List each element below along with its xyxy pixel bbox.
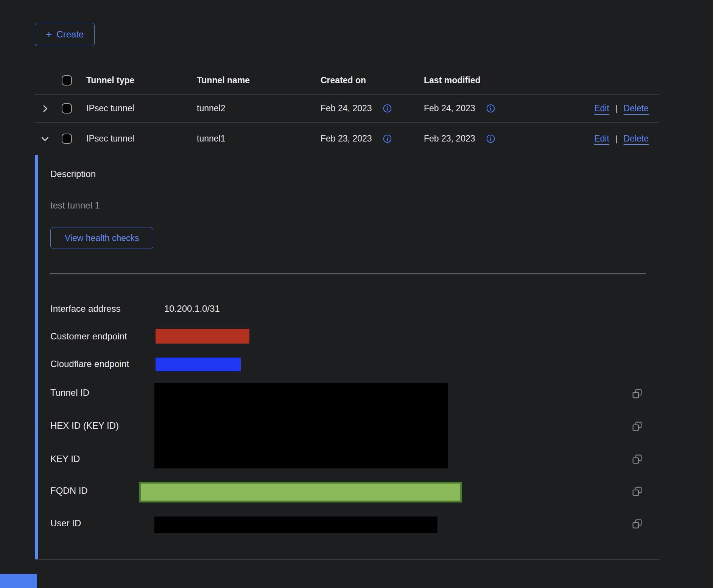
copy-icon[interactable] (632, 388, 643, 399)
edit-link[interactable]: Edit (594, 134, 609, 144)
customer-endpoint-redacted-value (156, 329, 249, 344)
fqdn-id-label: FQDN ID (50, 485, 88, 496)
created-on-cell: Feb 24, 2023 (321, 103, 372, 114)
view-health-checks-label: View health checks (65, 233, 139, 243)
chevron-down-icon[interactable] (40, 134, 50, 144)
copy-icon[interactable] (632, 454, 643, 465)
description-label: Description (50, 169, 96, 179)
description-value: test tunnel 1 (50, 200, 100, 211)
tunnel-name-cell: tunnel2 (197, 103, 321, 114)
copy-icon[interactable] (632, 421, 643, 432)
col-header-created-on: Created on (321, 75, 424, 86)
delete-link[interactable]: Delete (624, 103, 649, 114)
table-row: IPsec tunnel tunnel2 Feb 24, 2023 Feb 24… (35, 95, 659, 123)
create-button-label: Create (56, 29, 84, 40)
interface-address-value: 10.200.1.0/31 (164, 303, 220, 314)
col-header-tunnel-name: Tunnel name (197, 75, 321, 86)
view-health-checks-button[interactable]: View health checks (50, 227, 153, 249)
delete-link[interactable]: Delete (624, 134, 649, 144)
col-header-tunnel-type: Tunnel type (72, 75, 197, 86)
expanded-panel-bottom-divider (35, 559, 659, 560)
table-header: Tunnel type Tunnel name Created on Last … (35, 66, 659, 95)
select-all-checkbox[interactable] (62, 75, 72, 86)
id-values-redacted-block (154, 383, 448, 468)
bottom-left-blue-bar (0, 574, 37, 588)
last-modified-cell: Feb 24, 2023 (424, 103, 475, 114)
hex-id-label: HEX ID (KEY ID) (50, 420, 119, 431)
user-id-label: User ID (50, 518, 81, 529)
action-separator: | (615, 104, 618, 114)
create-button[interactable]: + Create (35, 23, 95, 46)
tunnel-name-cell: tunnel1 (197, 134, 321, 144)
cloudflare-endpoint-label: Cloudflare endpoint (50, 359, 129, 369)
info-icon[interactable] (383, 104, 392, 113)
info-icon[interactable] (486, 104, 495, 113)
table-row: IPsec tunnel tunnel1 Feb 23, 2023 Feb 23… (35, 123, 659, 155)
edit-link[interactable]: Edit (594, 103, 609, 114)
tunnel-type-cell: IPsec tunnel (72, 134, 197, 144)
info-icon[interactable] (383, 134, 392, 143)
interface-address-label: Interface address (50, 303, 120, 314)
action-separator: | (615, 134, 618, 144)
customer-endpoint-label: Customer endpoint (50, 331, 127, 342)
chevron-right-icon[interactable] (40, 104, 50, 114)
row-checkbox[interactable] (62, 134, 72, 144)
copy-icon[interactable] (632, 518, 643, 529)
copy-icon[interactable] (632, 486, 643, 497)
expanded-row-indicator-bar (35, 155, 38, 559)
section-divider (50, 274, 646, 274)
tunnel-id-label: Tunnel ID (50, 387, 89, 398)
cloudflare-endpoint-redacted-value (156, 358, 241, 371)
tunnel-type-cell: IPsec tunnel (72, 103, 197, 114)
info-icon[interactable] (486, 134, 495, 143)
fqdn-id-redacted-value (139, 482, 462, 502)
key-id-label: KEY ID (50, 454, 80, 464)
last-modified-cell: Feb 23, 2023 (424, 134, 475, 144)
user-id-redacted-value (154, 516, 437, 533)
plus-icon: + (46, 29, 52, 40)
row-checkbox[interactable] (62, 103, 72, 114)
col-header-last-modified: Last modified (424, 75, 527, 86)
created-on-cell: Feb 23, 2023 (321, 134, 372, 144)
